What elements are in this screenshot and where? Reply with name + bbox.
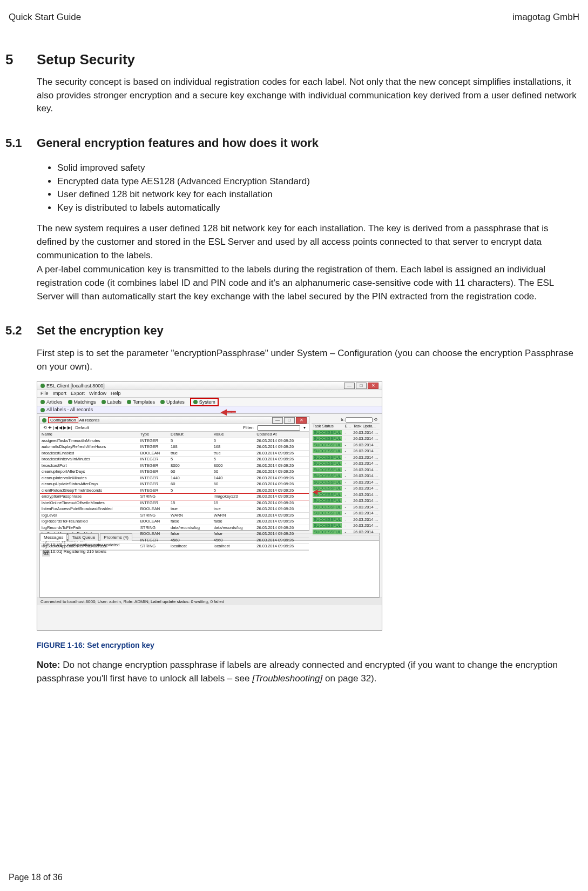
col-type[interactable]: Type <box>139 432 169 438</box>
table-row[interactable]: SUCCESSFUL-26.03.2014 ... <box>312 498 380 505</box>
filter-input[interactable] <box>257 425 300 431</box>
table-row[interactable]: SUCCESSFUL-26.03.2014 ... <box>312 461 380 467</box>
tab-updates[interactable]: Updates <box>160 399 185 406</box>
tab-matchings[interactable]: Matchings <box>68 399 96 406</box>
page-footer: Page 18 of 36 <box>9 872 63 883</box>
side-col-upd[interactable]: Task Upda... <box>352 424 380 430</box>
table-row[interactable]: listenForAccessPointBroadcastEnabledBOOL… <box>40 506 309 513</box>
filter-dropdown-icon[interactable]: ▾ <box>303 425 306 431</box>
side-filter-input[interactable] <box>346 417 373 423</box>
msgtab-taskqueue[interactable]: Task Queue <box>68 533 99 541</box>
col-default[interactable]: Default <box>169 432 212 438</box>
annotation-arrow-value: ◀━ <box>313 487 321 497</box>
table-row[interactable]: broadcastIntervalInMinutesINTEGER5526.03… <box>40 457 309 463</box>
table-row[interactable]: cleanupIntervalInMinutesINTEGER144014402… <box>40 475 309 481</box>
col-name[interactable]: Name <box>40 432 139 438</box>
col-updated[interactable]: Updated At <box>255 432 309 438</box>
table-row[interactable]: SUCCESSFUL-26.03.2014 ... <box>312 436 380 443</box>
table-row[interactable]: SUCCESSFUL-26.03.2014 ... <box>312 430 380 436</box>
figure-caption: FIGURE 1-16: Set encryption key <box>37 640 583 651</box>
sec52-title: Set the encryption key <box>37 323 164 339</box>
table-row[interactable]: SUCCESSFUL-26.03.2014 ... <box>312 511 380 517</box>
menu-export[interactable]: Export <box>71 390 85 397</box>
header-left: Quick Start Guide <box>9 11 81 24</box>
status-bar: Connected to localhost:8000; User: admin… <box>37 598 382 605</box>
figure-screenshot: ESL Client [localhost:8000] — □ ✕ File I… <box>37 381 382 631</box>
menu-import[interactable]: Import <box>53 390 67 397</box>
config-title-b: All records <box>79 418 99 423</box>
window-close-button[interactable]: ✕ <box>368 383 379 389</box>
window-title: ESL Client [localhost:8000] <box>46 383 105 388</box>
table-row[interactable]: broadcastEnabledBOOLEANtruetrue26.03.201… <box>40 450 309 457</box>
toolbar-default: Default <box>75 425 89 431</box>
sec5-num: 5 <box>5 50 22 69</box>
table-row[interactable]: assignedTasksTimeoutInMinutesINTEGER5526… <box>40 438 309 444</box>
table-row[interactable]: automaticDisplayRefreshAfterHoursINTEGER… <box>40 444 309 451</box>
side-rhs-label: tr: <box>341 417 344 423</box>
table-row[interactable]: cleanupUpdateStatusAfterDaysINTEGER60602… <box>40 481 309 488</box>
table-row[interactable]: SUCCESSFUL-26.03.2014 ... <box>312 454 380 461</box>
sec51-p1: The new system requires a user defined 1… <box>37 222 580 262</box>
sec51-p2: A per-label communication key is transmi… <box>37 263 580 303</box>
msgtab-problems[interactable]: Problems (4) <box>100 533 132 541</box>
menu-help[interactable]: Help <box>111 390 121 397</box>
table-row[interactable]: encryptionPassphraseSTRINGimagokey12326.… <box>40 494 309 500</box>
bullet-item: Key is distributed to labels automatical… <box>57 202 583 215</box>
toolbar-nav-icons[interactable]: ⟲ ✚ |◀ ◀ ▶ ▶| <box>43 425 72 431</box>
filter-label: Filter: <box>243 425 254 431</box>
sec51-num: 5.1 <box>5 135 24 152</box>
tab-templates[interactable]: Templates <box>127 399 155 406</box>
table-row[interactable]: clientReloadSleepTimeInSecondsINTEGER552… <box>40 487 309 494</box>
configuration-table: Name Type Default Value Updated At assig… <box>40 432 309 550</box>
tab-articles[interactable]: Articles <box>40 399 63 406</box>
side-col-e[interactable]: E... <box>344 424 353 430</box>
table-row[interactable]: SUCCESSFUL-26.03.2014 ... <box>312 523 380 530</box>
table-row[interactable]: SUCCESSFUL-26.03.2014 ... <box>312 517 380 523</box>
side-refresh-icon[interactable]: ⟲ <box>374 417 377 423</box>
table-row[interactable]: labelOnlineTimeoutOffsetInMinutesINTEGER… <box>40 500 309 506</box>
table-row[interactable]: SUCCESSFUL-26.03.2014 ... <box>312 504 380 511</box>
panel-close-button[interactable]: ✕ <box>296 417 307 424</box>
sec51-bullets: Solid improved safety Encrypted data typ… <box>57 162 583 215</box>
msgtab-messages[interactable]: Messages <box>40 533 67 541</box>
config-title-a[interactable]: Configuration <box>48 417 78 423</box>
task-status-panel: tr: ⟲ Task Status E... Task Upda... SUCC… <box>312 416 380 531</box>
table-row[interactable]: broadcastPortINTEGER8000800026.03.2014 0… <box>40 463 309 469</box>
table-row[interactable]: SUCCESSFUL-26.03.2014 ... <box>312 486 380 492</box>
sec52-p1: First step is to set the parameter "encr… <box>37 347 580 373</box>
menu-file[interactable]: File <box>40 390 49 397</box>
annotation-arrow-system: ◀━━ <box>221 407 235 418</box>
menu-window[interactable]: Window <box>89 390 106 397</box>
subheader-text: All labels - All records <box>46 407 93 412</box>
table-row[interactable]: SUCCESSFUL-26.03.2014 ... <box>312 467 380 473</box>
table-row[interactable]: SUCCESSFUL-26.03.2014 ... <box>312 492 380 498</box>
bullet-item: Solid improved safety <box>57 162 583 175</box>
table-row[interactable]: SUCCESSFUL-26.03.2014 ... <box>312 448 380 455</box>
side-col-status[interactable]: Task Status <box>312 424 344 430</box>
configuration-panel: Configuration All records — □ ✕ ⟲ ✚ |◀ ◀… <box>39 416 309 531</box>
app-icon <box>40 384 45 388</box>
table-row[interactable]: logLevelSTRINGWARNWARN26.03.2014 09:09:2… <box>40 512 309 519</box>
table-row[interactable]: SUCCESSFUL-26.03.2014 ... <box>312 479 380 486</box>
sec5-p1: The security concept is based on individ… <box>37 76 580 116</box>
table-row[interactable]: logRecordsToFilePathSTRINGdata/records/l… <box>40 525 309 531</box>
panel-minimize-button[interactable]: — <box>272 417 283 424</box>
bullet-item: User defined 128 bit network key for eac… <box>57 188 583 202</box>
window-maximize-button[interactable]: □ <box>356 383 367 389</box>
sec51-title: General encryption features and how does… <box>37 135 319 152</box>
table-row[interactable]: SUCCESSFUL-26.03.2014 ... <box>312 442 380 448</box>
header-right: imagotag GmbH <box>512 11 579 24</box>
table-row[interactable]: cleanupImportAfterDaysINTEGER606026.03.2… <box>40 469 309 475</box>
col-value[interactable]: Value <box>212 432 255 438</box>
window-minimize-button[interactable]: — <box>344 383 355 389</box>
note-paragraph: Note: Do not change encryption passphras… <box>37 659 580 685</box>
sec52-num: 5.2 <box>5 323 24 339</box>
table-row[interactable]: logRecordsToFileEnabledBOOLEANfalsefalse… <box>40 519 309 525</box>
tab-system[interactable]: System <box>190 398 219 407</box>
tab-labels[interactable]: Labels <box>102 399 122 406</box>
table-row[interactable]: SUCCESSFUL-26.03.2014 ... <box>312 529 380 535</box>
table-row[interactable]: SUCCESSFUL-26.03.2014 ... <box>312 473 380 480</box>
bullet-item: Encrypted data type AES128 (Advanced Enc… <box>57 175 583 189</box>
panel-maximize-button[interactable]: □ <box>284 417 295 424</box>
note-label: Note: <box>37 660 60 670</box>
